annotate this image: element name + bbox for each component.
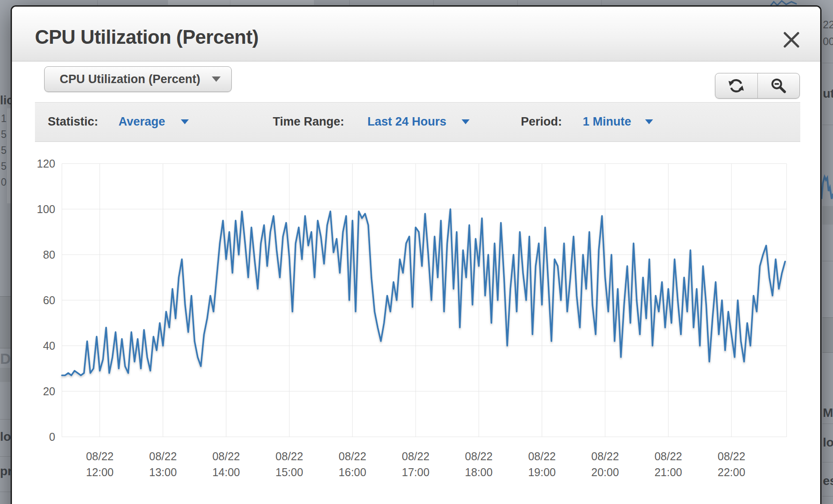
bg-band [822,206,833,225]
chevron-down-icon [212,76,221,82]
x-axis-tick-time: 14:00 [212,466,240,478]
bg-row-divider [822,462,833,462]
statistic-dropdown[interactable]: Average [118,115,165,129]
screen: lic 1 5 5 5 0 DE log pr 22 00 ut Mu lo e… [0,0,833,504]
close-button[interactable] [781,30,802,50]
x-axis-tick-date: 08/22 [212,450,240,462]
modal-header: CPU Utilization (Percent) [12,7,820,61]
period-dropdown[interactable]: 1 Minute [583,115,631,129]
bg-row-divider [822,63,833,63]
x-axis-tick-date: 08/22 [275,450,303,462]
bg-row-divider [822,125,833,125]
x-axis-tick-time: 15:00 [275,466,303,478]
time-range-label: Time Range: [273,115,344,129]
bg-row-divider [0,456,11,457]
metric-selector-value: CPU Utilization (Percent) [60,73,200,86]
refresh-icon [727,76,745,95]
x-axis-tick-date: 08/22 [149,450,177,462]
bg-band [822,317,833,353]
chart-action-buttons [715,73,800,99]
x-axis-tick-date: 08/22 [654,450,682,462]
y-axis-tick-label: 100 [37,203,55,215]
x-axis-tick-date: 08/22 [86,450,114,462]
bg-axis-number: 0 [1,176,7,188]
x-axis-tick-date: 08/22 [718,450,745,462]
zoom-out-icon [769,76,788,95]
y-axis-tick-label: 80 [43,248,55,261]
y-axis-tick-label: 120 [37,157,55,170]
bg-axis-number: 5 [1,145,7,157]
chart-options-toolbar: Statistic: Average Time Range: Last 24 H… [35,102,800,142]
chevron-down-icon[interactable] [645,119,653,124]
x-axis-tick-date: 08/22 [591,450,619,462]
bg-text-fragment: lo [823,435,833,450]
y-axis-tick-label: 40 [43,340,55,352]
x-axis-tick-time: 19:00 [528,466,556,478]
time-range-dropdown[interactable]: Last 24 Hours [367,115,447,129]
bg-row-divider [822,261,833,261]
bg-row-divider [0,419,11,420]
bg-row-divider [822,424,833,424]
bg-axis-number: 5 [1,129,7,141]
x-axis-tick-time: 16:00 [339,466,367,478]
bg-axis-label: 00 [823,35,833,48]
bg-text-fragment: Mu [823,406,833,420]
x-axis-tick-time: 17:00 [402,466,430,478]
bg-axis-label: 22 [823,19,833,31]
x-axis-tick-date: 08/22 [465,450,493,462]
x-axis-tick-date: 08/22 [528,450,556,462]
close-icon [781,30,802,50]
chevron-down-icon[interactable] [181,119,189,124]
bg-text-fragment: ut [823,87,833,101]
period-label: Period: [521,115,562,129]
cpu-utilization-line-series [62,209,785,375]
bg-panel [168,0,314,5]
x-axis-tick-time: 12:00 [86,466,114,478]
x-axis-tick-date: 08/22 [402,450,430,462]
y-axis-tick-label: 20 [43,385,55,397]
metric-selector-dropdown[interactable]: CPU Utilization (Percent) [44,66,232,92]
x-axis-tick-time: 20:00 [591,466,619,478]
bg-band [0,368,11,382]
y-axis-tick-label: 0 [49,431,55,443]
bg-sparkline-right [822,173,833,205]
cpu-utilization-chart: 02040608010012008/2212:0008/2213:0008/22… [12,142,822,504]
bg-band [0,296,11,348]
x-axis-tick-time: 18:00 [465,466,493,478]
bg-text-fragment: es [823,474,833,488]
x-axis-tick-time: 21:00 [654,466,682,478]
bg-row-divider [0,492,11,492]
statistic-label: Statistic: [48,115,98,129]
x-axis-tick-time: 13:00 [149,466,177,478]
chevron-down-icon[interactable] [462,119,470,124]
zoom-out-button[interactable] [758,73,800,98]
metric-detail-modal: CPU Utilization (Percent) CPU Utilizatio… [11,5,822,504]
x-axis-tick-date: 08/22 [339,450,367,462]
bg-axis-number: 1 [1,113,7,125]
y-axis-tick-label: 60 [43,294,55,306]
x-axis-tick-time: 22:00 [718,466,745,478]
bg-chart-edge [7,108,11,203]
bg-axis-number: 5 [1,160,7,172]
modal-title: CPU Utilization (Percent) [35,26,259,48]
bg-row-divider [822,496,833,496]
refresh-button[interactable] [715,73,758,98]
